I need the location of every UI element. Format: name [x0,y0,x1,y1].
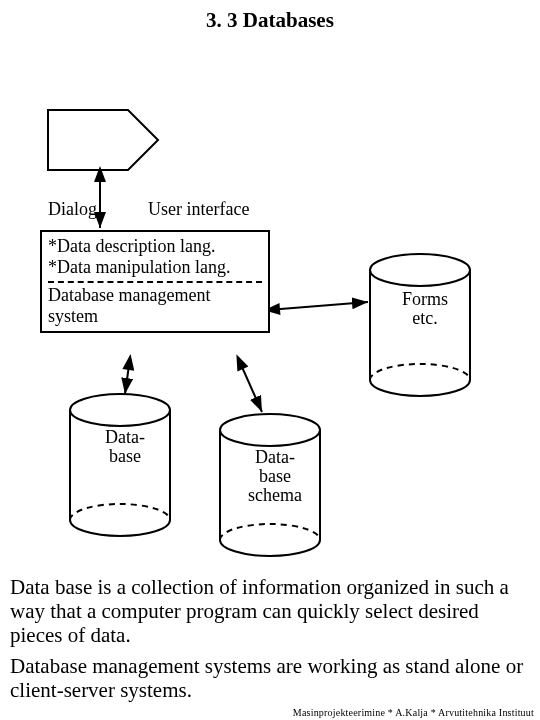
ddl-text: *Data description lang. [48,236,262,257]
page-title: 3. 3 Databases [0,8,540,33]
schema-label: Data- base schema [240,448,310,505]
svg-line-8 [125,358,130,394]
divider-line [48,281,262,283]
paragraph-2: Database management systems are working … [10,654,530,702]
svg-point-9 [220,414,320,446]
forms-label: Forms etc. [395,290,455,328]
svg-line-4 [268,302,368,310]
svg-point-1 [370,254,470,286]
svg-line-12 [238,358,262,412]
dialog-label: Dialog [48,200,97,219]
svg-point-5 [70,394,170,426]
dbms-box: *Data description lang. *Data manipulati… [40,230,270,333]
dialog-shape-icon [48,110,158,170]
dml-text: *Data manipulation lang. [48,257,262,278]
footer-text: Masinprojekteerimine * A.Kalja * Arvutit… [293,707,534,718]
database-label: Data- base [95,428,155,466]
paragraph-1: Data base is a collection of information… [10,575,530,647]
dbms-text: Database management system [48,285,262,326]
user-interface-label: User interface [148,200,249,219]
